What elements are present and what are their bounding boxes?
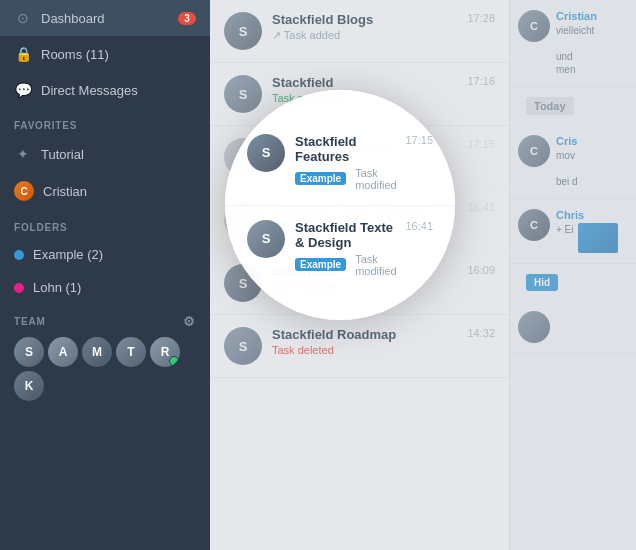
feed-title-6: Stackfield Roadmap <box>272 327 459 342</box>
example-folder-dot <box>14 250 24 260</box>
team-avatar-3[interactable]: M <box>82 337 112 367</box>
feed-tag-3: Example <box>272 155 323 168</box>
chat-content-2: Cris mov bei d <box>556 135 628 188</box>
feed-content-4: Stackfield Texte & Design Example Task m… <box>272 201 459 231</box>
feed-item-2[interactable]: S Stackfield Task modified 17:16 <box>210 63 509 126</box>
chat-thumbnail-3 <box>578 223 618 253</box>
feed-time-3: 17:15 <box>467 138 495 150</box>
tutorial-icon: ✦ <box>14 145 32 163</box>
feed-item-1[interactable]: S Stackfield Blogs ↗ Task added 17:28 <box>210 0 509 63</box>
dm-icon: 💬 <box>14 81 32 99</box>
chat-msg-2: mov bei d <box>556 149 628 188</box>
feed-avatar-6: S <box>224 327 262 365</box>
chat-item-1[interactable]: C Cristian vielleicht und men <box>510 0 636 87</box>
chat-avatar-1: C <box>518 10 550 42</box>
feed-sub-6: Task deleted <box>272 344 459 356</box>
feed-sub-2: Task modified <box>272 92 459 104</box>
feed-title-5: Stackfield <box>272 264 459 279</box>
feed-avatar-1: S <box>224 12 262 50</box>
team-avatars: S A M T R K <box>14 337 196 401</box>
team-section: TEAM ⚙ S A M T R K <box>0 304 210 411</box>
feed-content-5: Stackfield Note modified <box>272 264 459 293</box>
feed-title-3: Stackfield Features <box>272 138 459 153</box>
feed-avatar-3: S <box>224 138 262 176</box>
feed-title-4: Stackfield Texte & Design <box>272 201 459 216</box>
feed-time-2: 17:16 <box>467 75 495 87</box>
sidebar-cristian-label: Cristian <box>43 184 196 199</box>
feed-sub-5: Note modified <box>272 281 459 293</box>
feed-time-5: 16:09 <box>467 264 495 276</box>
feed-title-2: Stackfield <box>272 75 459 90</box>
chat-msg-1: vielleicht und men <box>556 24 628 76</box>
hide-section: Hid <box>510 264 636 301</box>
chat-name-3: Chris <box>556 209 628 221</box>
feed-item-4[interactable]: S Stackfield Texte & Design Example Task… <box>210 189 509 252</box>
section-folders: FOLDERS <box>0 210 210 238</box>
team-avatar-4[interactable]: T <box>116 337 146 367</box>
sidebar-item-direct-messages[interactable]: 💬 Direct Messages <box>0 72 210 108</box>
sidebar-item-example-folder[interactable]: Example (2) ✎ <box>0 238 210 271</box>
chat-msg-3: + Ei <box>556 223 574 236</box>
sidebar-rooms-label: Rooms (11) <box>41 47 196 62</box>
sidebar-tutorial-label: Tutorial <box>41 147 196 162</box>
team-settings-icon[interactable]: ⚙ <box>183 314 196 329</box>
feed-item-3[interactable]: S Stackfield Features Example Task modif… <box>210 126 509 189</box>
chat-item-3[interactable]: C Chris + Ei <box>510 199 636 264</box>
sidebar-item-cristian[interactable]: C Cristian <box>0 172 210 210</box>
chat-item-2[interactable]: C Cris mov bei d <box>510 125 636 199</box>
today-section: Today <box>510 87 636 125</box>
feed-sub-1: ↗ Task added <box>272 29 459 42</box>
feed-content-6: Stackfield Roadmap Task deleted <box>272 327 459 356</box>
rooms-icon: 🔒 <box>14 45 32 63</box>
sidebar-lohn-folder-label: Lohn (1) <box>33 280 196 295</box>
chat-avatar-3: C <box>518 209 550 241</box>
feed-panel: S Stackfield Blogs ↗ Task added 17:28 S … <box>210 0 510 550</box>
feed-time-6: 14:32 <box>467 327 495 339</box>
feed-avatar-4: S <box>224 201 262 239</box>
chat-avatar-4 <box>518 311 550 343</box>
sidebar-item-tutorial[interactable]: ✦ Tutorial <box>0 136 210 172</box>
lohn-folder-dot <box>14 283 24 293</box>
sidebar-item-lohn-folder[interactable]: Lohn (1) <box>0 271 210 304</box>
chat-avatar-2: C <box>518 135 550 167</box>
feed-content-2: Stackfield Task modified <box>272 75 459 104</box>
team-avatar-1[interactable]: S <box>14 337 44 367</box>
sidebar-dashboard-label: Dashboard <box>41 11 178 26</box>
chat-name-1: Cristian <box>556 10 628 22</box>
chat-name-2: Cris <box>556 135 628 147</box>
feed-avatar-5: S <box>224 264 262 302</box>
sidebar-dm-label: Direct Messages <box>41 83 196 98</box>
feed-time-1: 17:28 <box>467 12 495 24</box>
feed-sub-4: Example Task modified <box>272 218 459 231</box>
team-header: TEAM ⚙ <box>14 314 196 329</box>
feed-item-5[interactable]: S Stackfield Note modified 16:09 <box>210 252 509 315</box>
dashboard-icon: ⊙ <box>14 9 32 27</box>
feed-item-6[interactable]: S Stackfield Roadmap Task deleted 14:32 <box>210 315 509 378</box>
cristian-avatar-icon: C <box>14 181 34 201</box>
today-label: Today <box>526 97 574 115</box>
team-avatar-6[interactable]: K <box>14 371 44 401</box>
chat-content-3: Chris + Ei <box>556 209 628 253</box>
feed-content-3: Stackfield Features Example Task modifie… <box>272 138 459 168</box>
feed-content-1: Stackfield Blogs ↗ Task added <box>272 12 459 42</box>
team-avatar-2[interactable]: A <box>48 337 78 367</box>
feed-title-1: Stackfield Blogs <box>272 12 459 27</box>
feed-avatar-2: S <box>224 75 262 113</box>
feed-tag-4: Example <box>272 218 323 231</box>
hide-button[interactable]: Hid <box>526 274 558 291</box>
team-avatar-5[interactable]: R <box>150 337 180 367</box>
sidebar-example-folder-label: Example (2) <box>33 247 186 262</box>
sidebar-item-dashboard[interactable]: ⊙ Dashboard 3 <box>0 0 210 36</box>
team-label: TEAM <box>14 316 46 327</box>
feed-sub-3: Example Task modified <box>272 155 459 168</box>
main-content: S Stackfield Blogs ↗ Task added 17:28 S … <box>210 0 636 550</box>
dashboard-badge: 3 <box>178 12 196 25</box>
section-favorites: FAVORITES <box>0 108 210 136</box>
chat-item-4[interactable] <box>510 301 636 354</box>
sidebar: ⊙ Dashboard 3 🔒 Rooms (11) 💬 Direct Mess… <box>0 0 210 550</box>
feed-time-4: 16:41 <box>467 201 495 213</box>
sidebar-item-rooms[interactable]: 🔒 Rooms (11) <box>0 36 210 72</box>
chat-content-1: Cristian vielleicht und men <box>556 10 628 76</box>
chat-panel: C Cristian vielleicht und men Today C Cr… <box>510 0 636 550</box>
